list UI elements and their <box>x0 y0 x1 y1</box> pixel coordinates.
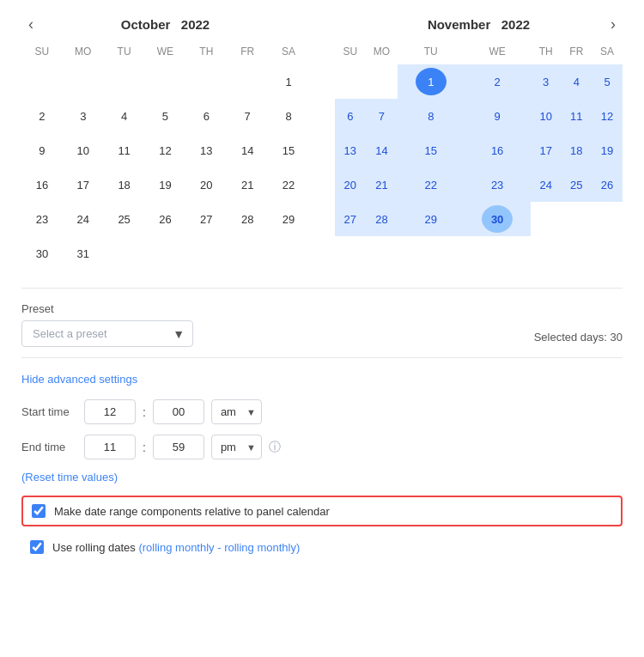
calendar-day-cell[interactable]: 4 <box>562 64 592 99</box>
preset-row: Preset Select a preset Last 7 daysLast 3… <box>21 302 623 347</box>
calendar-day-cell[interactable]: 31 <box>63 236 104 271</box>
calendar-day-cell[interactable]: 16 <box>21 167 63 202</box>
calendar-day-cell[interactable]: 30 <box>21 236 63 271</box>
calendar-day-cell <box>145 236 186 271</box>
calendar-day-cell[interactable]: 9 <box>464 99 530 133</box>
calendar-day-cell[interactable]: 20 <box>335 167 366 202</box>
calendar-day-cell[interactable]: 13 <box>335 133 366 167</box>
calendar-day-cell[interactable]: 2 <box>21 99 63 133</box>
calendar-day-cell <box>268 236 309 271</box>
checkbox-relative[interactable] <box>32 504 46 518</box>
prev-month-button[interactable]: ‹ <box>21 15 40 33</box>
calendar-day-cell[interactable]: 19 <box>592 133 623 167</box>
calendar-day-cell[interactable]: 25 <box>562 167 592 202</box>
calendar-day-cell <box>592 202 623 236</box>
october-grid: SU MO TU WE TH FR SA 1234567891011121314… <box>21 42 309 271</box>
calendar-day-cell[interactable]: 1 <box>398 64 464 99</box>
calendar-day-cell[interactable]: 6 <box>185 99 227 133</box>
calendar-day-cell[interactable]: 21 <box>227 167 268 202</box>
end-time-row: End time : am pm ▼ ⓘ <box>21 435 623 459</box>
calendar-day-cell[interactable]: 10 <box>63 133 104 167</box>
rolling-dates-link[interactable]: (rolling monthly - rolling monthly) <box>138 541 300 554</box>
calendar-week-row: 16171819202122 <box>21 167 309 202</box>
weekday-th: TH <box>185 42 227 64</box>
calendar-day-cell[interactable]: 15 <box>268 133 309 167</box>
separator-1 <box>21 288 623 289</box>
calendar-day-cell[interactable]: 21 <box>366 167 398 202</box>
calendar-day-cell[interactable]: 7 <box>366 99 398 133</box>
calendar-day-cell[interactable]: 22 <box>398 167 464 202</box>
calendar-day-cell[interactable]: 14 <box>366 133 398 167</box>
calendar-day-cell[interactable]: 4 <box>104 99 145 133</box>
calendar-day-cell[interactable]: 29 <box>398 202 464 236</box>
calendar-day-cell[interactable]: 9 <box>21 133 63 167</box>
weekday-su: SU <box>335 42 366 64</box>
november-weekdays: SU MO TU WE TH FR SA <box>335 42 623 64</box>
calendar-day-cell[interactable]: 6 <box>335 99 366 133</box>
calendar-day-cell[interactable]: 28 <box>366 202 398 236</box>
calendar-day-cell[interactable]: 20 <box>185 167 227 202</box>
october-header: ‹ October 2022 <box>21 17 309 32</box>
calendar-day-cell[interactable]: 22 <box>268 167 309 202</box>
calendar-day-cell[interactable]: 8 <box>268 99 309 133</box>
hide-advanced-link[interactable]: Hide advanced settings <box>21 373 137 386</box>
calendar-day-cell[interactable]: 3 <box>531 64 562 99</box>
checkbox-rolling[interactable] <box>30 540 44 554</box>
start-minute-input[interactable] <box>153 399 204 424</box>
calendar-day-cell[interactable]: 13 <box>185 133 227 167</box>
calendar-day-cell[interactable]: 17 <box>63 167 104 202</box>
calendar-day-cell[interactable]: 30 <box>464 202 530 236</box>
calendar-day-cell[interactable]: 18 <box>104 167 145 202</box>
end-ampm-select[interactable]: am pm <box>211 435 262 459</box>
calendar-day-cell[interactable]: 5 <box>145 99 186 133</box>
start-ampm-select[interactable]: am pm <box>211 399 262 424</box>
calendar-day-cell[interactable]: 7 <box>227 99 268 133</box>
end-minute-input[interactable] <box>153 435 204 459</box>
calendar-day-cell[interactable]: 18 <box>562 133 592 167</box>
weekday-su: SU <box>21 42 63 64</box>
calendar-day-cell[interactable]: 12 <box>592 99 623 133</box>
calendar-week-row: 13141516171819 <box>335 133 623 167</box>
calendar-week-row: 3031 <box>21 236 309 271</box>
weekday-we: WE <box>464 42 530 64</box>
calendar-day-cell[interactable]: 23 <box>21 202 63 236</box>
preset-select[interactable]: Select a preset Last 7 daysLast 30 daysL… <box>21 320 193 347</box>
next-month-button[interactable]: › <box>604 15 623 33</box>
calendar-day-cell[interactable]: 3 <box>63 99 104 133</box>
calendar-day-cell <box>185 236 227 271</box>
calendar-day-cell[interactable]: 26 <box>145 202 186 236</box>
calendar-day-cell <box>366 64 398 99</box>
calendar-day-cell[interactable]: 23 <box>464 167 530 202</box>
calendar-day-cell[interactable]: 17 <box>531 133 562 167</box>
end-hour-input[interactable] <box>84 435 136 459</box>
calendar-day-cell[interactable]: 27 <box>335 202 366 236</box>
calendar-week-row: 12345 <box>335 64 623 99</box>
calendar-day-cell[interactable]: 27 <box>185 202 227 236</box>
calendar-day-cell <box>104 236 145 271</box>
calendar-day-cell[interactable]: 2 <box>464 64 530 99</box>
weekday-th: TH <box>531 42 562 64</box>
info-icon[interactable]: ⓘ <box>269 440 281 455</box>
calendar-day-cell[interactable]: 15 <box>398 133 464 167</box>
calendar-day-cell[interactable]: 26 <box>592 167 623 202</box>
calendar-day-cell[interactable]: 11 <box>562 99 592 133</box>
calendar-day-cell[interactable]: 29 <box>268 202 309 236</box>
calendar-day-cell[interactable]: 12 <box>145 133 186 167</box>
calendar-day-cell[interactable]: 19 <box>145 167 186 202</box>
calendar-day-cell[interactable]: 10 <box>531 99 562 133</box>
start-time-label: Start time <box>21 405 77 418</box>
calendar-day-cell[interactable]: 14 <box>227 133 268 167</box>
calendar-day-cell[interactable]: 1 <box>268 64 309 99</box>
calendar-day-cell[interactable]: 25 <box>104 202 145 236</box>
reset-time-link[interactable]: (Reset time values) <box>21 471 118 484</box>
calendar-day-cell[interactable]: 28 <box>227 202 268 236</box>
november-body: 1234567891011121314151617181920212223242… <box>335 64 623 236</box>
calendar-day-cell[interactable]: 8 <box>398 99 464 133</box>
calendar-day-cell[interactable]: 5 <box>592 64 623 99</box>
calendar-day-cell[interactable]: 24 <box>63 202 104 236</box>
calendar-day-cell[interactable]: 16 <box>464 133 530 167</box>
start-hour-input[interactable] <box>84 399 136 424</box>
calendar-day-cell <box>531 202 562 236</box>
calendar-day-cell[interactable]: 24 <box>531 167 562 202</box>
calendar-day-cell[interactable]: 11 <box>104 133 145 167</box>
